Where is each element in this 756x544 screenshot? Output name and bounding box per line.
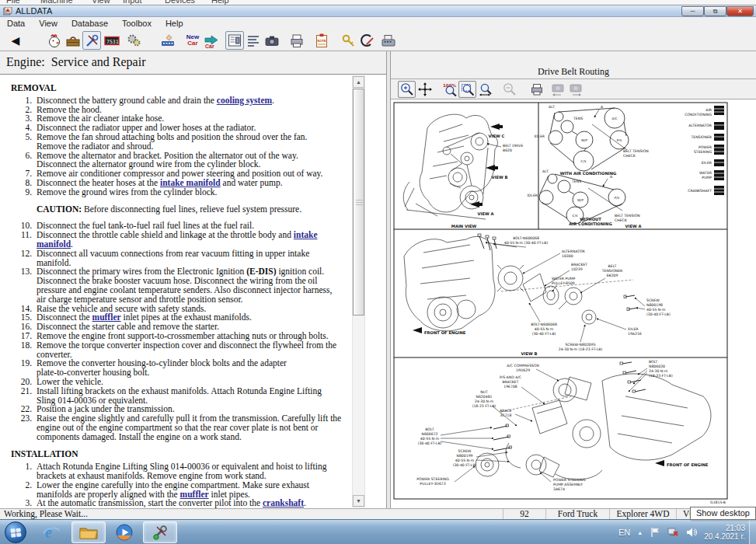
- volume-icon[interactable]: [686, 527, 697, 538]
- taskbar-ie-button[interactable]: e: [34, 521, 68, 543]
- procedure-step: 19.Remove the converter housing-to-cylin…: [11, 359, 347, 378]
- new-car-button[interactable]: NewCar: [183, 31, 202, 50]
- svg-text:FRONT OF ENGINE: FRONT OF ENGINE: [667, 462, 709, 467]
- doc-link[interactable]: intake manifold: [160, 178, 221, 187]
- menu-help[interactable]: Help: [159, 18, 190, 29]
- windows-logo-icon: [10, 528, 21, 538]
- mascot-button[interactable]: [45, 31, 64, 50]
- caution-label: CAUTION:: [37, 204, 82, 214]
- data-entry-button[interactable]: [159, 31, 177, 50]
- notes-button[interactable]: NOTE: [312, 31, 331, 50]
- svg-text:P/S AND A/CBRACKET19E708: P/S AND A/CBRACKET19E708: [500, 375, 521, 389]
- image-toolbar: 100%: [391, 78, 756, 99]
- taskbar-explorer-button[interactable]: [71, 521, 106, 543]
- network-status-icon[interactable]: [667, 527, 679, 538]
- page-title: Engine: Service and Repair: [6, 55, 146, 69]
- odometer-button[interactable]: 7531: [103, 31, 121, 50]
- text-view-button[interactable]: [244, 31, 263, 50]
- caution-note: CAUTION: Before disconnecting fuel lines…: [37, 205, 347, 214]
- host-menu-help[interactable]: Help: [211, 0, 229, 5]
- taskbar-wmp-button[interactable]: [107, 521, 141, 543]
- car-return-button[interactable]: Car: [202, 31, 221, 50]
- menu-view[interactable]: View: [32, 18, 64, 29]
- key-button[interactable]: [339, 31, 357, 50]
- window-title: ALLDATA: [16, 6, 52, 16]
- action-center-flag-icon[interactable]: [650, 527, 660, 538]
- language-indicator[interactable]: EN: [618, 528, 630, 537]
- show-desktop-button[interactable]: [749, 520, 756, 544]
- scroll-thumb[interactable]: [353, 89, 364, 316]
- clock[interactable]: 21:03 20.4.2021 r.: [704, 524, 745, 541]
- scroll-down-button[interactable]: ▼: [353, 495, 364, 507]
- caution-text: Before disconnecting fuel lines, relieve…: [84, 204, 301, 214]
- doc-link[interactable]: cooling system: [217, 96, 272, 105]
- title-bar: ALLDATA ─ ⧉ ✕: [0, 5, 756, 17]
- zoom-out-icon: [502, 82, 517, 97]
- installation-heading: INSTALLATION: [11, 450, 347, 459]
- doc-link[interactable]: crankshaft: [263, 498, 304, 507]
- clock-date: 20.4.2021 r.: [704, 532, 745, 541]
- host-menu-file[interactable]: File: [6, 0, 20, 5]
- host-menu-machine[interactable]: Machine: [40, 0, 73, 5]
- vertical-scrollbar[interactable]: ▲ ▼: [352, 75, 365, 507]
- host-menu-view[interactable]: View: [92, 0, 110, 5]
- zoom-100-button[interactable]: 100%: [441, 81, 458, 98]
- minimize-button[interactable]: ─: [681, 6, 704, 16]
- next-image-button[interactable]: [566, 81, 584, 98]
- svg-text:AIRCONDITIONING: AIRCONDITIONING: [685, 108, 712, 117]
- fax-button[interactable]: [379, 31, 398, 50]
- pan-button[interactable]: [416, 81, 434, 98]
- edit-button[interactable]: [357, 31, 376, 50]
- svg-text:POWERSTEERING: POWERSTEERING: [694, 145, 712, 154]
- host-menu-devices[interactable]: Devices: [165, 0, 195, 5]
- zoom-in-button[interactable]: [398, 81, 416, 98]
- procedure-step: 18.Remove the torque converter inspectio…: [11, 341, 347, 360]
- doc-link[interactable]: muffler: [92, 312, 121, 322]
- taskbar-alldata-button[interactable]: [143, 521, 177, 543]
- doc-link[interactable]: manifold: [37, 239, 71, 249]
- menu-database[interactable]: Database: [64, 18, 115, 29]
- images-button[interactable]: [263, 31, 281, 50]
- toolbox-button[interactable]: [64, 31, 82, 50]
- print-button[interactable]: [287, 31, 306, 50]
- zoom-100-icon: 100%: [442, 82, 458, 97]
- menu-data[interactable]: Data: [0, 18, 32, 29]
- svg-text:ALT: ALT: [542, 169, 549, 173]
- image-print-button[interactable]: [528, 81, 545, 98]
- zoom-width-button[interactable]: [476, 81, 494, 98]
- svg-text:BELT TENSIONCHECK: BELT TENSIONCHECK: [615, 214, 640, 222]
- svg-text:C/S: C/S: [573, 214, 578, 218]
- text-view-icon: [245, 32, 262, 49]
- svg-text:BOLT-N60606840-55 N-m(30-40 FT: BOLT-N60606840-55 N-m(30-40 FT-LB): [531, 323, 557, 336]
- data-entry-icon: [159, 32, 176, 49]
- svg-text:IDLER19A216: IDLER19A216: [628, 327, 642, 336]
- zoom-in-icon: [399, 82, 415, 97]
- svg-text:ALT: ALT: [549, 105, 555, 109]
- procedure-step: 3.At the automatic transmission, start t…: [11, 499, 347, 508]
- zoom-out-button[interactable]: [500, 81, 518, 98]
- app-icon: [3, 7, 12, 16]
- svg-text:A: A: [601, 105, 604, 109]
- repair-tools-button[interactable]: [82, 31, 101, 50]
- procedure-step: 11.Disconnect the throttle cable shield …: [11, 231, 347, 249]
- restore-button[interactable]: ⧉: [704, 6, 726, 16]
- frame-view-button[interactable]: [225, 31, 244, 50]
- svg-text:POWER STEERINGPUMP ASSEMBLY3A6: POWER STEERINGPUMP ASSEMBLY3A674: [553, 478, 586, 491]
- scroll-up-button[interactable]: ▲: [353, 76, 364, 88]
- doc-link[interactable]: intake: [294, 230, 318, 239]
- svg-text:CRANKSHAFT: CRANKSHAFT: [688, 189, 712, 193]
- start-button[interactable]: [5, 521, 26, 543]
- host-menu-input[interactable]: Input: [123, 0, 141, 5]
- menu-toolbox[interactable]: Toolbox: [115, 18, 159, 29]
- doc-link[interactable]: muffler: [180, 490, 209, 499]
- prev-image-button[interactable]: [549, 81, 566, 98]
- gears-button[interactable]: [124, 31, 143, 50]
- zoom-fit-button[interactable]: [458, 81, 476, 98]
- hidden-icons-button[interactable]: ▲: [637, 530, 643, 535]
- menu-bar: Data View Database Toolbox Help: [0, 17, 756, 30]
- close-button[interactable]: ✕: [726, 6, 754, 16]
- illustration-title: Drive Belt Routing: [391, 51, 756, 78]
- back-button[interactable]: ◀: [6, 31, 25, 50]
- svg-text:NUTN62048124-30 N-m(18-23 FT-L: NUTN62048124-30 N-m(18-23 FT-LB): [472, 390, 496, 408]
- zoom-fit-icon: [460, 82, 476, 97]
